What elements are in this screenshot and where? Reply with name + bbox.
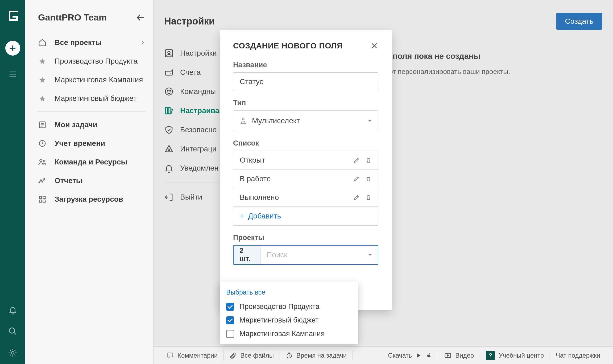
sidebar-all-projects[interactable]: Все проекты bbox=[37, 33, 145, 52]
empty-state-text: омогают персонализировать ваши проекты. bbox=[369, 68, 608, 76]
svg-rect-19 bbox=[165, 107, 168, 114]
checkbox[interactable] bbox=[226, 330, 234, 338]
apple-icon bbox=[426, 352, 432, 359]
sidebar-item-label: Отчеты bbox=[55, 176, 82, 185]
caret-down-icon bbox=[367, 119, 372, 122]
empty-state: емые поля пока не созданы омогают персон… bbox=[369, 52, 608, 76]
create-project-button[interactable] bbox=[5, 41, 20, 56]
clock-icon bbox=[37, 139, 48, 147]
sidebar-item-label: Загрузка ресурсов bbox=[55, 195, 123, 204]
edit-icon[interactable] bbox=[353, 157, 360, 164]
sidebar-reports[interactable]: Отчеты bbox=[37, 171, 145, 190]
projects-count-chip: 2 шт. bbox=[234, 246, 261, 264]
dropdown-option-label: Производство Продукта bbox=[239, 303, 320, 311]
sidebar: GanttPRO Team Все проекты Производство П… bbox=[25, 0, 154, 364]
menu-icon[interactable] bbox=[5, 67, 20, 82]
sidebar-item-label: Производство Продукта bbox=[55, 57, 138, 65]
bb-download[interactable]: Скачать bbox=[382, 350, 438, 361]
projects-dropdown: Выбрать все Производство Продукта Маркет… bbox=[220, 282, 358, 344]
dropdown-option[interactable]: Производство Продукта bbox=[220, 300, 358, 313]
grid-icon bbox=[37, 195, 48, 203]
option-label: В работе bbox=[240, 175, 271, 183]
select-all-link[interactable]: Выбрать все bbox=[220, 287, 358, 300]
field-name-label: Название bbox=[233, 61, 378, 69]
projects-search-input[interactable] bbox=[261, 246, 368, 264]
modal-title: СОЗДАНИЕ НОВОГО ПОЛЯ bbox=[233, 41, 343, 50]
chart-icon bbox=[37, 177, 48, 185]
option-row[interactable]: В работе bbox=[233, 169, 378, 188]
checkbox[interactable] bbox=[226, 316, 234, 324]
delete-icon[interactable] bbox=[365, 175, 372, 182]
option-label: Выполнено bbox=[240, 193, 279, 202]
bb-learning[interactable]: ? Учебный центр bbox=[480, 350, 550, 361]
team-title: GanttPRO Team bbox=[38, 12, 107, 23]
settings-item-label: Настраивае bbox=[180, 106, 223, 115]
collapse-sidebar-icon[interactable] bbox=[136, 13, 145, 22]
team-icon bbox=[37, 158, 48, 166]
sidebar-item-label: Маркетинговая Кампания bbox=[55, 76, 143, 84]
svg-point-4 bbox=[40, 159, 42, 162]
search-icon[interactable] bbox=[8, 327, 17, 336]
svg-point-16 bbox=[165, 88, 173, 95]
add-option-button[interactable]: + Добавить bbox=[233, 207, 378, 225]
svg-point-1 bbox=[11, 351, 14, 354]
option-row[interactable]: Выполнено bbox=[233, 188, 378, 207]
delete-icon[interactable] bbox=[365, 194, 372, 201]
settings-item-label: Командны bbox=[180, 87, 216, 96]
sidebar-timetracking[interactable]: Учет времени bbox=[37, 134, 145, 153]
bb-comments[interactable]: Комментарии bbox=[160, 350, 224, 361]
create-button[interactable]: Создать bbox=[556, 13, 602, 30]
bb-time[interactable]: Время на задачи bbox=[280, 350, 353, 361]
dropdown-option[interactable]: Маркетинговая Кампания bbox=[220, 327, 358, 341]
star-icon bbox=[37, 58, 48, 65]
page-title: Настройки bbox=[164, 16, 215, 27]
settings-item-label: Интеграци bbox=[180, 145, 217, 153]
field-list-label: Список bbox=[233, 139, 378, 147]
edit-icon[interactable] bbox=[353, 194, 360, 201]
field-name-input[interactable] bbox=[233, 72, 378, 91]
bottom-bar: Комментарии Все файлы Время на задачи Ск… bbox=[154, 346, 613, 364]
dropdown-option[interactable]: Маркетинговый бюджет bbox=[220, 313, 358, 327]
svg-point-0 bbox=[9, 328, 15, 333]
option-label: Открыт bbox=[240, 156, 265, 164]
notification-bell-icon[interactable] bbox=[8, 305, 17, 315]
edit-icon[interactable] bbox=[353, 175, 360, 182]
bb-video[interactable]: Видео bbox=[438, 350, 480, 361]
sidebar-resource-loading[interactable]: Загрузка ресурсов bbox=[37, 190, 145, 209]
sidebar-project[interactable]: Производство Продукта bbox=[37, 52, 145, 71]
close-icon[interactable] bbox=[370, 42, 378, 50]
app-logo bbox=[0, 0, 25, 31]
bb-files[interactable]: Все файлы bbox=[224, 350, 280, 361]
sidebar-item-label: Учет времени bbox=[55, 139, 105, 148]
sidebar-team-resources[interactable]: Команда и Ресурсы bbox=[37, 153, 145, 171]
video-icon bbox=[444, 352, 452, 359]
plus-icon: + bbox=[240, 212, 245, 221]
svg-rect-13 bbox=[43, 200, 45, 202]
option-row[interactable]: Открыт bbox=[233, 151, 378, 169]
caret-down-icon bbox=[368, 253, 378, 257]
svg-rect-20 bbox=[168, 107, 170, 114]
settings-item-label: Выйти bbox=[180, 193, 202, 201]
settings-item-label: Настройки bbox=[180, 49, 217, 57]
bb-support[interactable]: Чат поддержки bbox=[550, 350, 606, 361]
sidebar-project[interactable]: Маркетинговый бюджет bbox=[37, 89, 145, 108]
settings-gear-icon[interactable] bbox=[8, 348, 18, 358]
chevron-right-icon bbox=[140, 40, 145, 45]
field-type-select[interactable]: Мультиселект bbox=[233, 110, 378, 131]
svg-point-17 bbox=[167, 90, 168, 91]
empty-state-title: емые поля пока не созданы bbox=[369, 52, 608, 61]
settings-item-label: Счета bbox=[180, 68, 201, 77]
svg-point-7 bbox=[40, 180, 42, 181]
sidebar-project[interactable]: Маркетинговая Кампания bbox=[37, 71, 145, 89]
checkbox[interactable] bbox=[226, 303, 234, 311]
projects-label: Проекты bbox=[233, 234, 378, 242]
google-play-icon bbox=[416, 352, 422, 359]
create-field-modal: СОЗДАНИЕ НОВОГО ПОЛЯ Название Тип Мульти… bbox=[220, 30, 392, 310]
projects-select[interactable]: 2 шт. bbox=[233, 245, 378, 265]
home-icon bbox=[37, 38, 48, 47]
svg-point-18 bbox=[170, 90, 171, 91]
sidebar-my-tasks[interactable]: Мои задачи bbox=[37, 115, 145, 134]
sidebar-item-label: Все проекты bbox=[55, 38, 102, 47]
delete-icon[interactable] bbox=[365, 157, 372, 164]
multiselect-icon bbox=[239, 117, 247, 125]
